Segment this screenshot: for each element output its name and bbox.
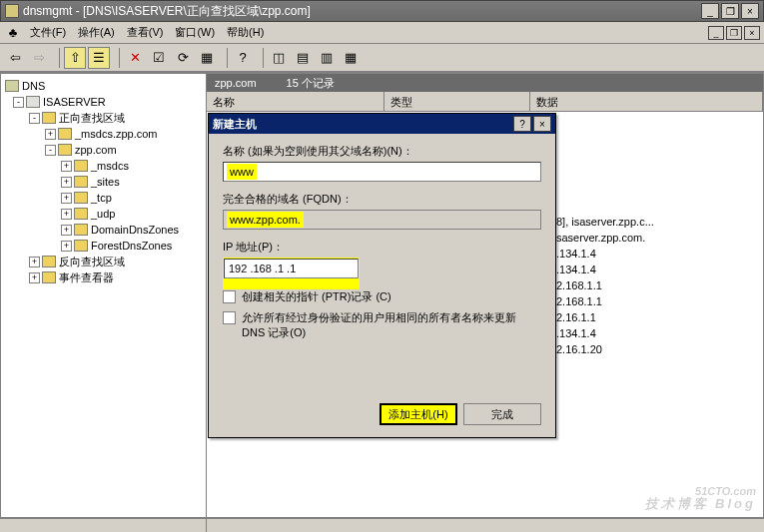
folder-icon [74,224,88,236]
minimize-button[interactable]: _ [701,3,719,19]
fqdn-display: www.zpp.com. [223,210,541,230]
menu-window[interactable]: 窗口(W) [171,23,219,42]
tree-folder-domaindnszones[interactable]: +DomainDnsZones [1,222,206,238]
tree-folder-tcp[interactable]: +_tcp [1,190,206,206]
new-host-dialog: 新建主机 ? × 名称 (如果为空则使用其父域名称)(N)： www 完全合格的… [208,113,556,438]
col-type[interactable]: 类型 [384,92,530,111]
menu-action[interactable]: 操作(A) [74,23,119,42]
tree-reverse-zones[interactable]: +反向查找区域 [1,254,206,269]
tool-button-2[interactable]: ▤ [292,47,314,69]
toolbar: ⇦ ⇨ ⇧ ☰ ✕ ☑ ⟳ ▦ ? ◫ ▤ ▥ ▦ [0,44,764,72]
tree-server[interactable]: -ISASERVER [1,94,206,110]
expand-icon[interactable]: + [45,129,56,140]
dialog-title: 新建主机 [213,117,511,132]
record-data-peek: 2.168.1.1 [556,295,602,307]
folder-icon [42,112,56,124]
record-data-peek: .134.1.4 [556,327,596,339]
statusbar [0,518,764,532]
expand-icon[interactable]: + [61,209,72,220]
record-data-peek: 2.16.1.20 [556,343,602,355]
column-headers: 名称 类型 数据 [207,92,763,112]
tree-event-viewer[interactable]: +事件查看器 [1,269,206,285]
expand-icon[interactable]: + [61,177,72,188]
record-data-peek: saserver.zpp.com. [556,232,645,244]
server-icon [26,96,40,108]
col-data[interactable]: 数据 [530,92,763,111]
dialog-help-button[interactable]: ? [513,116,531,132]
record-data-peek: 8], isaserver.zpp.c... [556,216,654,228]
folder-icon [74,240,88,252]
folder-icon [74,176,88,188]
tree-zone-zpp[interactable]: -zpp.com [1,142,206,158]
main-titlebar: dnsmgmt - [DNS\ISASERVER\正向查找区域\zpp.com]… [0,0,764,22]
dialog-close-button[interactable]: × [533,116,551,132]
folder-icon [74,192,88,204]
tree-panel[interactable]: DNS -ISASERVER -正向查找区域 +_msdcs.zpp.com -… [0,73,207,518]
ip-address-input[interactable]: 192 .168 .1 .1 [224,259,359,278]
expand-icon[interactable]: + [61,225,72,236]
mdi-close-button[interactable]: × [744,26,760,40]
expand-icon[interactable]: + [29,257,40,267]
zone-name: zpp.com [215,77,257,89]
tree-forward-zones[interactable]: -正向查找区域 [1,110,206,126]
collapse-icon[interactable]: - [13,97,24,108]
folder-icon [74,160,88,172]
tree-folder-udp[interactable]: +_udp [1,206,206,222]
expand-icon[interactable]: + [61,241,72,252]
mdi-minimize-button[interactable]: _ [708,26,724,40]
maximize-button[interactable]: ❐ [721,3,739,19]
properties-button[interactable]: ☑ [148,47,170,69]
zone-icon [58,128,72,140]
record-data-peek: 2.168.1.1 [556,279,602,291]
tree-folder-forestdnszones[interactable]: +ForestDnsZones [1,238,206,254]
create-ptr-label: 创建相关的指针 (PTR)记录 (C) [242,289,391,304]
ip-label: IP 地址(P)： [223,240,541,255]
allow-auth-update-label: 允许所有经过身份验证的用户用相同的所有者名称来更新 DNS 记录(O) [242,310,521,340]
record-data-peek: .134.1.4 [556,264,596,275]
expand-icon[interactable]: + [61,193,72,204]
tree-folder-msdcs[interactable]: +_msdcs [1,158,206,174]
tool-button-1[interactable]: ◫ [268,47,290,69]
fqdn-label: 完全合格的域名 (FQDN)： [223,192,541,207]
up-button[interactable]: ⇧ [64,47,86,69]
system-menu-icon[interactable]: ♣ [4,24,22,42]
allow-auth-update-checkbox[interactable] [223,311,236,324]
folder-icon [74,208,88,220]
close-button[interactable]: × [741,3,759,19]
name-label: 名称 (如果为空则使用其父域名称)(N)： [223,144,541,159]
record-data-peek: .134.1.4 [556,248,596,260]
refresh-button[interactable]: ⟳ [172,47,194,69]
tree-zone-msdcs-zpp[interactable]: +_msdcs.zpp.com [1,126,206,142]
done-button[interactable]: 完成 [463,403,541,425]
export-list-button[interactable]: ▦ [196,47,218,69]
expand-icon[interactable]: + [61,161,72,172]
collapse-icon[interactable]: - [29,113,40,124]
create-ptr-checkbox[interactable] [223,290,236,303]
tree-folder-sites[interactable]: +_sites [1,174,206,190]
collapse-icon[interactable]: - [45,145,56,156]
tool-button-3[interactable]: ▥ [316,47,338,69]
tool-button-4[interactable]: ▦ [340,47,362,69]
details-header: zpp.com 15 个记录 [207,74,763,92]
tree-root-dns[interactable]: DNS [1,78,206,94]
show-hide-tree-button[interactable]: ☰ [88,47,110,69]
dialog-titlebar[interactable]: 新建主机 ? × [209,114,555,134]
watermark: 51CTO.com 技术博客 Blog [645,486,757,510]
name-input[interactable]: www [223,162,541,182]
folder-icon [42,256,56,267]
back-button[interactable]: ⇦ [4,47,26,69]
col-name[interactable]: 名称 [207,92,384,111]
help-button[interactable]: ? [232,47,254,69]
app-icon [5,4,19,18]
mdi-restore-button[interactable]: ❐ [726,26,742,40]
folder-icon [42,271,56,283]
add-host-button[interactable]: 添加主机(H) [380,403,457,425]
expand-icon[interactable]: + [29,272,40,283]
menu-file[interactable]: 文件(F) [26,23,70,42]
forward-button: ⇨ [28,47,50,69]
window-title: dnsmgmt - [DNS\ISASERVER\正向查找区域\zpp.com] [23,3,699,20]
menu-view[interactable]: 查看(V) [123,23,168,42]
delete-button[interactable]: ✕ [124,47,146,69]
menu-help[interactable]: 帮助(H) [223,23,268,42]
record-data-peek: 2.16.1.1 [556,311,596,323]
